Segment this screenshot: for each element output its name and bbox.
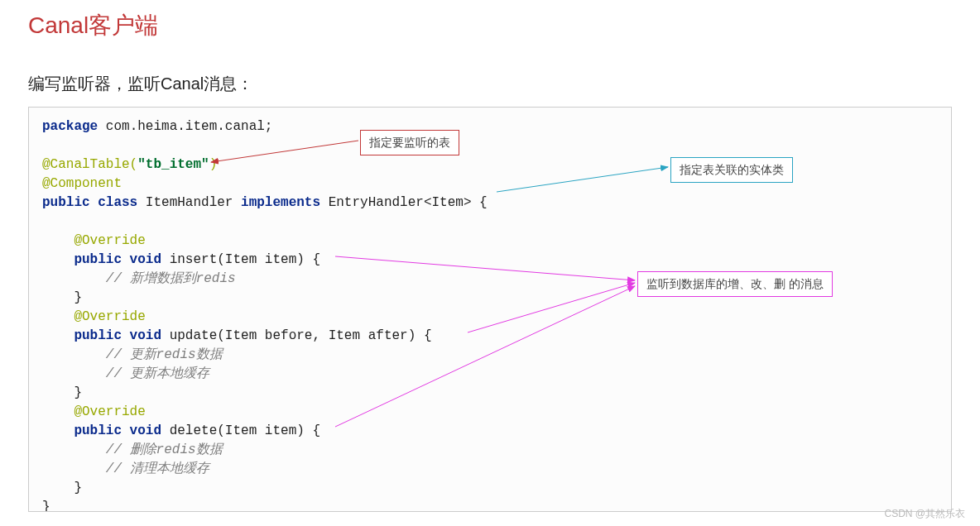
cmt-update1: // 更新redis数据 [42, 347, 223, 362]
ann-override: @Override [42, 404, 146, 419]
cmt-delete1: // 删除redis数据 [42, 442, 223, 457]
ann-component: @Component [42, 176, 122, 191]
label-crud: 监听到数据库的增、改、删 的消息 [637, 271, 833, 297]
kw-implements: implements [241, 195, 320, 210]
brace: } [42, 481, 82, 495]
ann-close: ) [209, 157, 218, 172]
svg-line-2 [335, 256, 635, 280]
kw-publicvoid: public void [42, 252, 161, 267]
svg-line-3 [468, 283, 635, 332]
kw-publicvoid: public void [42, 423, 161, 438]
class-name: ItemHandler [137, 195, 241, 210]
kw-package: package [42, 119, 98, 134]
brace: } [42, 290, 82, 305]
page-subtitle: 编写监听器，监听Canal消息： [28, 73, 952, 95]
label-entity: 指定表关联的实体类 [670, 157, 793, 183]
svg-line-1 [497, 167, 668, 192]
brace: } [42, 385, 82, 400]
str-tbitem: "tb_item" [137, 157, 209, 172]
page-title: Canal客户端 [28, 10, 952, 41]
brace: } [42, 500, 50, 512]
kw-publicclass: public class [42, 195, 137, 210]
code-panel: package com.heima.item.canal; @CanalTabl… [28, 107, 952, 512]
method-insert: insert(Item item) { [161, 252, 320, 267]
code-text: com.heima.item.canal; [98, 119, 272, 134]
method-update: update(Item before, Item after) { [161, 328, 431, 343]
watermark: CSDN @其然乐衣 [884, 507, 965, 521]
ann-override: @Override [42, 309, 146, 324]
svg-line-0 [211, 141, 358, 162]
cmt-insert: // 新增数据到redis [42, 271, 236, 286]
ann-canaltable: @CanalTable( [42, 157, 137, 172]
cmt-delete2: // 清理本地缓存 [42, 461, 209, 476]
svg-line-4 [335, 286, 635, 427]
method-delete: delete(Item item) { [161, 423, 320, 438]
ann-override: @Override [42, 233, 146, 248]
label-table: 指定要监听的表 [360, 130, 459, 155]
code-text: EntryHandler<Item> { [320, 195, 488, 210]
kw-publicvoid: public void [42, 328, 161, 343]
cmt-update2: // 更新本地缓存 [42, 366, 209, 381]
